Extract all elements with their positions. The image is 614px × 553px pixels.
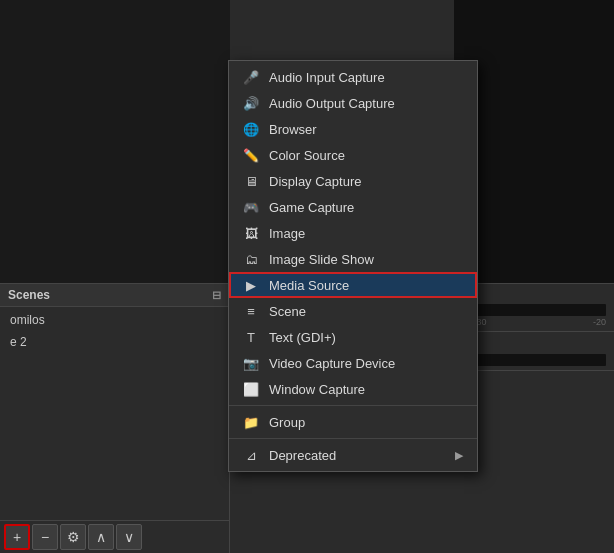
folder-icon: 📁	[243, 414, 259, 430]
menu-item-browser[interactable]: 🌐Browser	[229, 116, 477, 142]
camera-icon: 📷	[243, 355, 259, 371]
menu-item-game-capture[interactable]: 🎮Game Capture	[229, 194, 477, 220]
preview-dark-left	[0, 0, 230, 290]
menu-label-group: Group	[269, 415, 463, 430]
menu-label-audio-output: Audio Output Capture	[269, 96, 463, 111]
menu-separator	[229, 438, 477, 439]
globe-icon: 🌐	[243, 121, 259, 137]
menu-label-browser: Browser	[269, 122, 463, 137]
menu-label-display-capture: Display Capture	[269, 174, 463, 189]
menu-item-window-capture[interactable]: ⬜Window Capture	[229, 376, 477, 402]
menu-label-text-gdi: Text (GDI+)	[269, 330, 463, 345]
menu-item-media-source[interactable]: ▶Media Source	[229, 272, 477, 298]
list-item[interactable]: e 2	[0, 331, 229, 353]
tick-3: -20	[593, 317, 606, 327]
image-icon: 🖼	[243, 225, 259, 241]
context-menu: 🎤Audio Input Capture🔊Audio Output Captur…	[228, 60, 478, 472]
scene-icon: ≡	[243, 303, 259, 319]
menu-item-audio-output[interactable]: 🔊Audio Output Capture	[229, 90, 477, 116]
menu-label-video-capture: Video Capture Device	[269, 356, 463, 371]
menu-label-scene: Scene	[269, 304, 463, 319]
scenes-panel: Scenes ⊟ omilos e 2 + − ⚙ ∧	[0, 284, 230, 553]
scenes-title: Scenes	[8, 288, 50, 302]
scenes-list: omilos e 2	[0, 307, 229, 520]
mic-icon: 🎤	[243, 69, 259, 85]
gamepad-icon: 🎮	[243, 199, 259, 215]
menu-item-deprecated[interactable]: ⊿Deprecated▶	[229, 442, 477, 468]
window-icon: ⬜	[243, 381, 259, 397]
submenu-arrow-icon: ▶	[455, 449, 463, 462]
play-icon: ▶	[243, 277, 259, 293]
menu-item-image[interactable]: 🖼Image	[229, 220, 477, 246]
deprecated-icon: ⊿	[243, 447, 259, 463]
menu-label-game-capture: Game Capture	[269, 200, 463, 215]
menu-label-color-source: Color Source	[269, 148, 463, 163]
remove-source-button[interactable]: −	[32, 524, 58, 550]
menu-label-audio-input: Audio Input Capture	[269, 70, 463, 85]
list-item[interactable]: omilos	[0, 309, 229, 331]
images-icon: 🗂	[243, 251, 259, 267]
move-down-button[interactable]: ∨	[116, 524, 142, 550]
settings-button[interactable]: ⚙	[60, 524, 86, 550]
speaker-icon: 🔊	[243, 95, 259, 111]
menu-item-group[interactable]: 📁Group	[229, 409, 477, 435]
text-icon: T	[243, 329, 259, 345]
menu-label-window-capture: Window Capture	[269, 382, 463, 397]
menu-item-image-slideshow[interactable]: 🗂Image Slide Show	[229, 246, 477, 272]
menu-item-scene[interactable]: ≡Scene	[229, 298, 477, 324]
menu-label-media-source: Media Source	[269, 278, 463, 293]
scenes-panel-header: Scenes ⊟	[0, 284, 229, 307]
menu-item-video-capture[interactable]: 📷Video Capture Device	[229, 350, 477, 376]
menu-separator	[229, 405, 477, 406]
menu-label-image: Image	[269, 226, 463, 241]
menu-item-color-source[interactable]: ✏️Color Source	[229, 142, 477, 168]
menu-item-audio-input[interactable]: 🎤Audio Input Capture	[229, 64, 477, 90]
monitor-icon: 🖥	[243, 173, 259, 189]
add-source-button[interactable]: +	[4, 524, 30, 550]
palette-icon: ✏️	[243, 147, 259, 163]
menu-label-image-slideshow: Image Slide Show	[269, 252, 463, 267]
move-up-button[interactable]: ∧	[88, 524, 114, 550]
preview-dark-right	[454, 0, 614, 290]
menu-item-text-gdi[interactable]: TText (GDI+)	[229, 324, 477, 350]
scenes-panel-icon[interactable]: ⊟	[212, 289, 221, 302]
menu-label-deprecated: Deprecated	[269, 448, 445, 463]
scenes-toolbar: + − ⚙ ∧ ∨	[0, 520, 229, 553]
menu-item-display-capture[interactable]: 🖥Display Capture	[229, 168, 477, 194]
